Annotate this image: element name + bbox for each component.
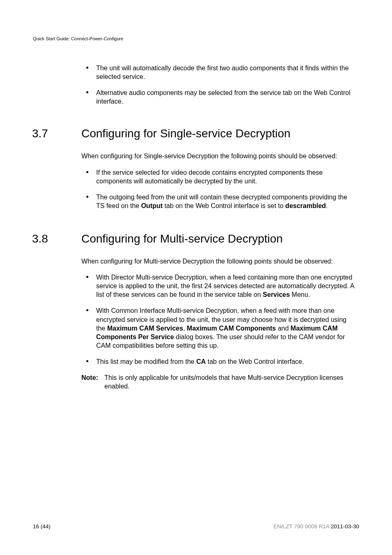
run-bold: Maximum CAM Services: [107, 325, 183, 332]
list-item-text: The unit will automatically decode the f…: [96, 65, 349, 80]
bullet-icon: [86, 67, 88, 69]
footer-page-number: 16 (44): [33, 523, 51, 530]
run: With Director Multi-service Decryption, …: [96, 274, 354, 298]
note-label: Note:: [81, 373, 104, 391]
run-bold: Maximum CAM Components: [187, 325, 276, 332]
section-3-8: 3.8 Configuring for Multi-service Decryp…: [0, 232, 392, 391]
note-block: Note: This is only applicable for units/…: [81, 373, 357, 391]
run-bold: descrambled: [285, 202, 326, 209]
section-3-7: 3.7 Configuring for Single-service Decry…: [0, 127, 392, 210]
list-item: Alternative audio components may be sele…: [81, 88, 357, 106]
section-title: Configuring for Single-service Decryptio…: [81, 127, 357, 140]
list-item: With Common Interface Multi-service Decr…: [81, 306, 357, 350]
doc-date: 2011-03-30: [331, 523, 359, 530]
list-item-text: With Common Interface Multi-service Decr…: [96, 307, 346, 349]
bullet-icon: [86, 309, 88, 311]
section-number: 3.8: [32, 232, 48, 245]
run: and: [276, 325, 291, 332]
run: tab on the Web Control interface is set …: [163, 202, 286, 209]
running-head: Quick Start Guide: Connect-Power-Configu…: [33, 36, 123, 41]
content-area: The unit will automatically decode the f…: [0, 64, 392, 398]
list-item-text: If the service selected for video decode…: [96, 169, 323, 185]
page-current: 16: [33, 523, 39, 530]
doc-code: EN/LZT 790 0009 R1A: [274, 523, 330, 530]
run: tab on the Web Control interface.: [206, 358, 304, 365]
run-bold: Services: [263, 291, 290, 298]
run-bold: CA: [196, 358, 206, 365]
list-item: With Director Multi-service Decryption, …: [81, 273, 357, 299]
bullet-list: If the service selected for video decode…: [81, 168, 357, 210]
list-item: The unit will automatically decode the f…: [81, 64, 357, 81]
run-bold: Output: [141, 202, 162, 209]
list-item-text: With Director Multi-service Decryption, …: [96, 274, 354, 298]
section-title: Configuring for Multi-service Decryption: [81, 232, 357, 245]
run: .: [326, 202, 327, 209]
list-item: The outgoing feed from the unit will con…: [81, 193, 357, 210]
list-item: This list may be modified from the CA ta…: [81, 357, 357, 366]
bullet-icon: [86, 276, 88, 278]
bullet-icon: [86, 171, 88, 173]
section-intro: When configuring for Multi-service Decry…: [81, 257, 357, 266]
pre-section-bullets: The unit will automatically decode the f…: [81, 64, 357, 106]
section-number: 3.7: [32, 127, 48, 140]
list-item-text: Alternative audio components may be sele…: [96, 89, 350, 105]
list-item-text: The outgoing feed from the unit will con…: [96, 194, 347, 209]
run: Menu.: [290, 291, 310, 298]
note-text: This is only applicable for units/models…: [104, 373, 357, 391]
footer-doc-info: EN/LZT 790 0009 R1A 2011-03-30: [274, 523, 359, 530]
bullet-icon: [86, 91, 88, 93]
bullet-list: With Director Multi-service Decryption, …: [81, 273, 357, 366]
list-item-text: This list may be modified from the CA ta…: [96, 358, 304, 365]
bullet-list: The unit will automatically decode the f…: [81, 64, 357, 106]
page: Quick Start Guide: Connect-Power-Configu…: [0, 0, 392, 555]
run: ,: [183, 325, 187, 332]
bullet-icon: [86, 196, 88, 198]
bullet-icon: [86, 360, 88, 362]
list-item: If the service selected for video decode…: [81, 168, 357, 185]
section-intro: When configuring for Single-service Decr…: [81, 152, 357, 160]
run: This list may be modified from the: [96, 358, 196, 365]
page-total: 44: [42, 523, 48, 530]
